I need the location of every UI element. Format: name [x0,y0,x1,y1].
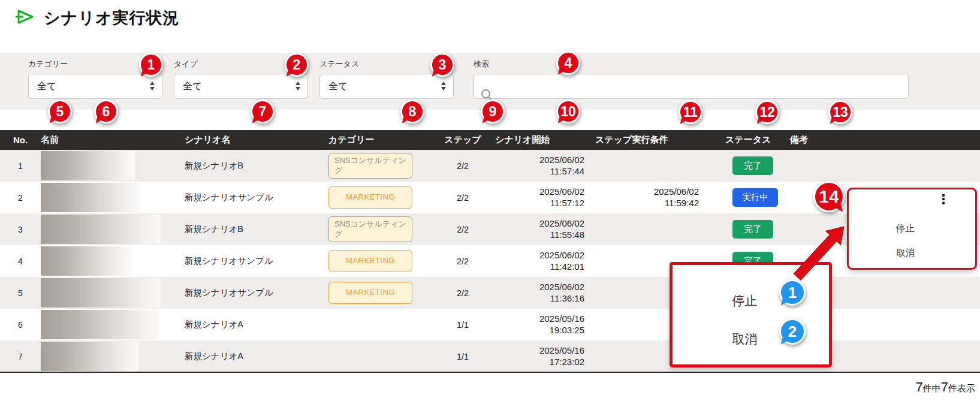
search-field: 検索 [474,59,909,99]
annotation-balloon-10: 10 [556,100,580,123]
annotation-balloon-1: 1 [139,53,163,77]
col-header-name: 名前 [34,134,177,146]
table-bottom-border [0,372,980,373]
cell-start: 2025/06/02 11:55:48 [483,218,588,241]
redacted-name [41,342,138,371]
type-filter-value: 全て [183,80,202,93]
category-tag: MARKETING [328,282,412,304]
col-header-condition: ステップ実行条件 [588,134,723,146]
annotation-balloon-12: 12 [755,100,779,124]
cell-scenario: 新規シナリオサンプル [177,255,321,267]
select-arrows-icon [295,82,300,91]
popup-menu-items: 停止 取消 [842,216,969,265]
cell-scenario: 新規シナリオサンプル [177,192,321,203]
annotation-balloon-11: 11 [679,100,702,124]
status-badge: 実行中 [732,188,778,207]
cell-scenario: 新規シナリオサンプル [177,287,321,299]
cell-no: 5 [0,288,34,298]
annotation-balloon-9: 9 [481,100,505,123]
select-arrows-icon [441,82,446,91]
popup-item-stop[interactable]: 停止 [842,216,969,240]
cell-no: 2 [0,193,34,203]
annotation-balloon-2: 2 [779,318,806,345]
cell-scenario: 新規シナリオA [177,351,321,362]
select-arrows-icon [150,82,155,91]
col-header-start: シナリオ開始 [483,134,588,146]
green-arrow-icon [15,8,35,28]
category-tag: SNSコンサルティング [328,216,412,243]
category-tag: SNSコンサルティング [328,153,412,179]
col-header-category: カテゴリー [321,134,417,146]
result-count-label1: 件中 [923,383,941,393]
kebab-menu-icon[interactable]: ⋮ [937,192,950,207]
table-row: 6 新規シナリオA 1/1 2025/05/16 19:03:25 [0,309,980,340]
popup-item-cancel[interactable]: 取消 [842,240,969,265]
cell-no: 4 [0,257,34,266]
page-title-block: シナリオ実行状況 [15,7,180,29]
annotation-balloon-13: 13 [828,100,852,124]
table-row: 7 新規シナリオA 1/1 2025/05/16 17:23:02 [0,340,980,372]
status-filter-value: 全て [328,80,348,93]
annotation-arrow [773,211,851,286]
col-header-step: ステップ [417,134,483,146]
annotation-balloon-3: 3 [430,53,454,77]
annotation-balloon-8: 8 [400,100,424,123]
search-icon [481,89,490,98]
redacted-name [41,278,161,308]
cell-start: 2025/05/16 17:23:02 [483,345,588,368]
status-badge: 完了 [732,220,773,239]
redacted-name [41,183,140,212]
scenario-execution-page: シナリオ実行状況 カテゴリー 全て タイプ 全て ステータス 全て 検索 [0,0,980,416]
cell-step: 1/1 [417,320,483,330]
annotation-balloon-14: 14 [813,181,845,212]
search-label: 検索 [474,59,909,70]
result-count-shown: 7 [941,379,948,394]
result-count-total: 7 [916,379,923,394]
status-badge: 完了 [732,156,773,175]
cell-start: 2025/06/02 11:57:44 [483,155,588,177]
annotation-balloon-6: 6 [94,100,118,123]
col-header-scenario: シナリオ名 [177,134,321,146]
cell-start: 2025/06/02 11:57:12 [483,186,588,209]
cell-no: 3 [0,225,34,234]
category-tag: MARKETING [328,186,412,209]
cell-no: 1 [0,161,34,171]
category-filter-value: 全て [37,80,56,93]
cell-condition: 2025/06/02 11:59:42 [588,186,723,209]
cell-step: 2/2 [417,193,483,203]
annotation-balloon-5: 5 [48,100,72,123]
redacted-name [41,310,159,339]
annotation-balloon-7: 7 [251,100,275,123]
category-tag: MARKETING [328,250,412,272]
redacted-name [41,215,161,244]
cell-no: 7 [0,352,34,361]
cell-scenario: 新規シナリオB [177,224,321,235]
annotation-balloon-2: 2 [285,53,309,77]
col-header-status: ステータス [723,134,789,146]
cell-step: 1/1 [417,352,483,361]
cell-step: 2/2 [417,225,483,234]
cell-start: 2025/05/16 19:03:25 [483,313,588,336]
cell-step: 2/2 [417,288,483,298]
cell-scenario: 新規シナリオA [177,319,321,330]
redacted-name [41,246,131,276]
result-count: 7件中7件表示 [916,379,976,395]
cell-step: 2/2 [417,257,483,266]
result-count-label2: 件表示 [948,383,975,393]
annotation-balloon-1: 1 [779,279,806,306]
cell-step: 2/2 [417,161,483,171]
table-row: 1 新規シナリオB SNSコンサルティング 2/2 2025/06/02 11:… [0,150,980,182]
table-header-row: No. 名前 シナリオ名 カテゴリー ステップ シナリオ開始 ステップ実行条件 … [0,130,980,150]
annotation-balloon-4: 4 [556,51,580,75]
redacted-name [41,151,135,180]
col-header-note: 備考 [789,134,980,146]
cell-start: 2025/06/02 11:42:01 [483,250,588,273]
col-header-no: No. [0,135,34,145]
cell-no: 6 [0,320,34,330]
cell-start: 2025/06/02 11:36:16 [483,282,588,305]
page-title: シナリオ実行状況 [44,7,180,29]
cell-scenario: 新規シナリオB [177,160,321,171]
search-input[interactable] [474,74,909,99]
row-action-popup: ⋮ 停止 取消 [847,188,977,270]
